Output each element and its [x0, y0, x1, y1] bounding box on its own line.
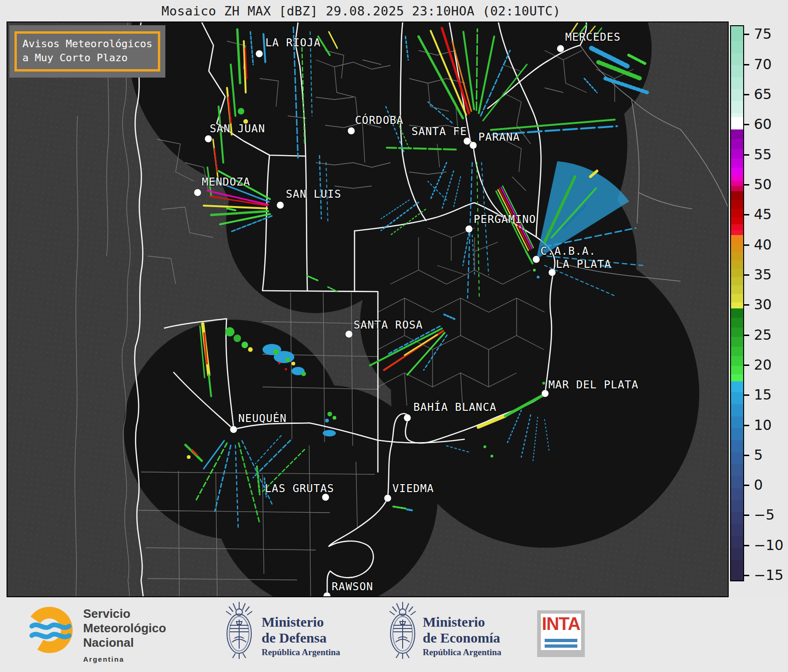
map-canvas	[7, 22, 729, 597]
advisory-banner[interactable]: Avisos Meteorológicos a Muy Corto Plazo	[9, 25, 165, 78]
inta-bar-1	[545, 639, 577, 642]
city-label-mar-del-plata: MAR DEL PLATA	[548, 379, 639, 390]
economia-line-3: República Argentina	[423, 647, 501, 658]
city-marker-neuquen	[230, 426, 237, 433]
colorbar-ticklabel: 45	[754, 206, 772, 222]
city-marker-cordoba	[348, 128, 355, 135]
city-label-cordoba: CÓRDOBA	[355, 115, 404, 126]
colorbar-tickmark	[744, 124, 749, 125]
economia-line-1: Ministerio	[423, 614, 501, 630]
colorbar-tickmark	[744, 394, 749, 396]
defensa-logo-text: Ministerio de Defensa República Argentin…	[262, 614, 340, 658]
city-label-mercedes: MERCEDES	[565, 32, 621, 43]
city-marker-las-grutas	[322, 494, 329, 501]
dbz-colorbar-ticks: 757065605550454035302520151050−5−10−15	[744, 25, 788, 581]
colorbar-ticklabel: −10	[754, 537, 783, 553]
city-label-bahia-blanca: BAHÍA BLANCA	[413, 402, 497, 413]
advisory-line-2: a Muy Corto Plazo	[22, 51, 152, 65]
city-label-la-plata: LA PLATA	[556, 259, 611, 270]
smn-line-3: Nacional	[83, 636, 166, 650]
radar-mosaic-page: Mosaico ZH MAX [dBZ] 29.08.2025 23:10HOA…	[0, 0, 788, 672]
colorbar-ticklabel: 0	[754, 477, 763, 493]
colorbar-ticklabel: −5	[754, 507, 774, 523]
city-marker-bahia-blanca	[404, 415, 411, 422]
colorbar-ticklabel: 40	[754, 236, 772, 253]
city-label-la-rioja: LA RIOJA	[265, 37, 321, 48]
city-label-las-grutas: LAS GRUTAS	[265, 483, 334, 494]
city-marker-la-rioja	[256, 50, 263, 57]
inta-bar-2	[545, 644, 577, 648]
colorbar-tickmark	[744, 304, 749, 306]
colorbar-tickmark	[744, 214, 749, 215]
colorbar-ticklabel: 75	[754, 26, 772, 42]
colorbar-ticklabel: 25	[754, 327, 772, 343]
city-label-neuquen: NEUQUÉN	[238, 413, 287, 424]
city-label-mendoza: MENDOZA	[202, 177, 250, 187]
inta-logo-text: INTA	[541, 614, 581, 634]
city-label-viedma: VIEDMA	[392, 483, 434, 494]
colorbar-tickmark	[744, 94, 749, 95]
colorbar-tickmark	[744, 335, 749, 336]
smn-logo-icon	[27, 603, 75, 660]
colorbar-ticklabel: 35	[754, 266, 772, 283]
colorbar-ticklabel: 20	[754, 357, 772, 373]
city-marker-san-juan	[205, 136, 212, 143]
smn-line-1: Servicio	[83, 607, 166, 621]
colorbar-ticklabel: 50	[754, 176, 772, 193]
city-marker-santa-rosa	[346, 331, 353, 338]
page-title: Mosaico ZH MAX [dBZ] 29.08.2025 23:10HOA…	[0, 4, 722, 18]
city-label-parana: PARANA	[478, 132, 520, 143]
city-marker-parana	[470, 142, 477, 149]
city-label-santa-fe: SANTA FE	[412, 126, 467, 137]
economia-line-2: de Economía	[423, 630, 501, 646]
economia-coat-of-arms-icon	[384, 601, 421, 661]
colorbar-ticklabel: 70	[754, 56, 772, 72]
smn-logo-text: Servicio Meteorológico Nacional Argentin…	[83, 607, 166, 666]
colorbar-tickmark	[744, 455, 749, 456]
city-marker-rawson	[324, 593, 331, 598]
colorbar-tickmark	[744, 515, 749, 516]
colorbar-ticklabel: 30	[754, 296, 772, 313]
colorbar-tickmark	[744, 154, 749, 156]
radar-map: Avisos Meteorológicos a Muy Corto Plazo …	[7, 21, 729, 597]
colorbar-tickmark	[744, 365, 749, 366]
city-marker-mendoza	[194, 189, 201, 196]
smn-line-2: Meteorológico	[83, 621, 166, 636]
inta-logo: INTA	[537, 610, 585, 657]
colorbar-ticklabel: 15	[754, 386, 772, 403]
colorbar-ticklabel: 5	[754, 447, 763, 463]
dbz-colorbar-gradient	[731, 26, 743, 580]
city-label-santa-rosa: SANTA ROSA	[354, 320, 423, 330]
defensa-line-2: de Defensa	[262, 630, 340, 646]
colorbar-tickmark	[744, 244, 749, 246]
colorbar-tickmark	[744, 64, 749, 65]
colorbar-ticklabel: 60	[754, 116, 772, 132]
city-label-rawson: RAWSON	[332, 581, 373, 592]
advisory-line-1: Avisos Meteorológicos	[22, 37, 152, 51]
colorbar-tickmark	[744, 485, 749, 486]
colorbar-tickmark	[744, 34, 749, 35]
city-marker-caba	[533, 256, 540, 263]
dbz-colorbar	[730, 25, 744, 581]
colorbar-ticklabel: 55	[754, 146, 772, 163]
defensa-line-3: República Argentina	[262, 647, 340, 658]
advisory-banner-border: Avisos Meteorológicos a Muy Corto Plazo	[14, 31, 160, 71]
colorbar-tickmark	[744, 274, 749, 276]
city-marker-pergamino	[466, 226, 473, 233]
smn-line-4: Argentina	[83, 652, 166, 666]
defensa-line-1: Ministerio	[262, 614, 340, 630]
city-marker-viedma	[384, 495, 391, 502]
city-marker-mar-del-plata	[542, 390, 549, 397]
city-label-san-luis: SAN LUIS	[286, 189, 341, 200]
colorbar-tickmark	[744, 425, 749, 426]
city-label-caba: C.A.B.A.	[540, 246, 596, 257]
city-marker-mercedes	[557, 45, 564, 52]
city-label-pergamino: PERGAMINO	[474, 214, 536, 225]
inta-logo-inner: INTA	[541, 614, 581, 650]
colorbar-ticklabel: −15	[754, 567, 783, 583]
colorbar-tickmark	[744, 545, 749, 546]
defensa-coat-of-arms-icon	[220, 601, 258, 661]
city-marker-la-plata	[549, 269, 556, 276]
colorbar-ticklabel: 10	[754, 417, 772, 433]
city-marker-san-luis	[277, 202, 284, 209]
